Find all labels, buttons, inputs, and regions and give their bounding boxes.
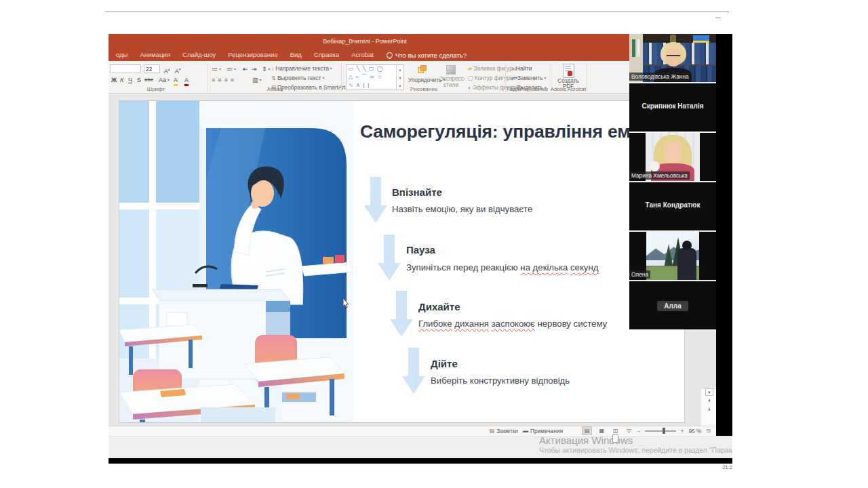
- participants-strip: Воловодівська Жанна Скрипнюк Наталія Мар…: [629, 34, 716, 329]
- decrease-indent-button[interactable]: ⇤: [243, 65, 248, 73]
- scrollbar-dropdown-button[interactable]: ▾: [705, 388, 713, 396]
- person-head-graphic: [682, 241, 692, 250]
- shape-outline-button[interactable]: ▢Контур фигуры▾: [468, 74, 517, 82]
- participant-name-label: Скрипнюк Наталія: [629, 102, 716, 110]
- bold-button[interactable]: Ж: [111, 76, 117, 84]
- next-slide-button[interactable]: ↡: [705, 406, 713, 413]
- shapes-gallery[interactable]: ▭ ╲ ╲ ▢ ◯ △ ⌐ ⌒ ⇨ ☆ ∿ ∧ { } ▴▾▾: [346, 64, 404, 90]
- step-text: Зупиніться перед реакцією: [406, 262, 520, 272]
- numbering-button[interactable]: ≕▾: [226, 65, 236, 73]
- step-heading-1[interactable]: Впізнайте: [392, 186, 442, 198]
- participant-tile-maryna[interactable]: Марина Хмельовська: [629, 133, 716, 181]
- ribbon-tab-transitions[interactable]: оды: [110, 49, 134, 61]
- notes-button[interactable]: ▤Заметки: [490, 428, 518, 434]
- text-cursor-artifact: [612, 434, 618, 443]
- shrink-font-button[interactable]: А▾: [175, 65, 181, 75]
- activation-watermark: Активация Windows Чтобы активировать Win…: [108, 436, 732, 458]
- notes-icon: ▤: [490, 428, 495, 434]
- shapes-row: ∿ ∧ { }: [347, 81, 399, 89]
- step-heading-2[interactable]: Пауза: [406, 244, 435, 256]
- participant-name-pill: Алла: [629, 299, 716, 311]
- line-spacing-button[interactable]: ⇕▾: [262, 65, 271, 73]
- ribbon-tab-acrobat[interactable]: Acrobat: [345, 49, 380, 61]
- participant-tile-olena[interactable]: Олена: [629, 232, 716, 280]
- step-arrow-3[interactable]: [390, 291, 413, 337]
- group-divider: [587, 63, 587, 92]
- lightbulb-icon: [387, 52, 393, 58]
- participant-tile-skrypniuk[interactable]: Скрипнюк Наталія: [629, 83, 716, 131]
- participant-name-label: Воловодівська Жанна: [629, 73, 691, 81]
- ukraine-flag-graphic: [693, 35, 709, 41]
- align-text-button[interactable]: ⇅Выровнять текст▾: [271, 74, 325, 82]
- underline-button[interactable]: Ч: [128, 76, 132, 84]
- tell-me-box[interactable]: Что вы хотите сделать?: [387, 52, 467, 59]
- minimize-dash[interactable]: –: [712, 14, 724, 22]
- replace-button[interactable]: ⇄Заменить▾: [511, 74, 546, 82]
- shapes-row: △ ⌐ ⌒ ⇨ ☆: [347, 73, 399, 81]
- ribbon-tab-help[interactable]: Справка: [308, 49, 345, 61]
- step-heading-4[interactable]: Дійте: [431, 358, 458, 369]
- normal-view-button[interactable]: ▤: [582, 426, 593, 435]
- step-arrow-1[interactable]: [364, 177, 387, 223]
- find-button[interactable]: ⌕Найти: [511, 64, 532, 73]
- text-direction-button[interactable]: ↕Направление текста▾: [271, 64, 332, 73]
- zoom-slider-thumb[interactable]: [663, 428, 665, 434]
- font-size-input[interactable]: 22: [144, 64, 160, 73]
- ribbon-tab-review[interactable]: Рецензирование: [222, 49, 283, 61]
- ribbon-tab-animation[interactable]: Анимация: [134, 49, 176, 61]
- text-shadow-button[interactable]: S: [137, 76, 141, 84]
- participant-name-label: Олена: [629, 270, 650, 279]
- font-name-box[interactable]: [110, 64, 141, 73]
- step-arrow-4[interactable]: [402, 348, 425, 394]
- grow-font-button[interactable]: А▴: [164, 65, 170, 75]
- step-heading-3[interactable]: Дихайте: [418, 301, 460, 312]
- align-buttons[interactable]: ≡≡≡≡: [212, 76, 237, 84]
- classroom-illustration[interactable]: [119, 101, 353, 423]
- step-body-3[interactable]: Глибоке дихання заспокоює нервову систем…: [418, 319, 607, 329]
- reading-view-button[interactable]: ◫: [611, 427, 620, 434]
- zoom-out-button[interactable]: -: [638, 428, 640, 434]
- bullets-button[interactable]: ≔▾: [212, 65, 221, 73]
- step-body-2[interactable]: Зупиніться перед реакцією на декілька се…: [406, 262, 598, 272]
- comments-button[interactable]: ▬Примечания: [523, 428, 563, 434]
- font-color-button[interactable]: А: [184, 76, 189, 86]
- page: – Вебінар_Вчителі - PowerPoint оды Анима…: [0, 0, 868, 488]
- previous-slide-button[interactable]: ↟: [705, 398, 713, 405]
- misspelled-text: на декілька: [520, 262, 568, 272]
- change-case-button[interactable]: Аа▾: [159, 76, 170, 84]
- black-right-strip: [716, 34, 732, 437]
- step-text: Назвіть емоцію, яку ви відчуваєте: [392, 204, 532, 214]
- status-bar: ▤Заметки ▬Примечания ▤ ▦ ◫ ▽ - + 96 % ⊡: [108, 426, 716, 435]
- binder-graphic: [637, 39, 640, 57]
- glasses-graphic: [667, 55, 680, 59]
- columns-button[interactable]: ▥▾: [252, 76, 262, 84]
- misspelled-text: секунд: [570, 262, 598, 272]
- highlight-button[interactable]: А: [174, 76, 178, 86]
- step-body-4[interactable]: Виберіть конструктивну відповідь: [431, 375, 570, 386]
- strikethrough-button[interactable]: abc: [144, 76, 153, 84]
- ribbon-tab-view[interactable]: Вид: [284, 49, 308, 61]
- group-label-acrobat: Adobe Acrobat: [545, 86, 591, 92]
- italic-button[interactable]: К: [120, 76, 123, 84]
- arrange-icon: [418, 65, 425, 73]
- group-label-font: Шрифт: [129, 86, 183, 92]
- step-text: Виберіть конструктивну відповідь: [431, 375, 570, 386]
- misspelled-text: заспокоює: [492, 319, 535, 329]
- participant-tile-volovodivska[interactable]: Воловодівська Жанна: [629, 34, 716, 82]
- zoom-slider-track: [645, 430, 676, 432]
- zoom-in-button[interactable]: +: [681, 428, 684, 434]
- zoom-level[interactable]: 96 %: [688, 428, 701, 434]
- slide-workspace: Саморегуляція: управління емоціями Впізн…: [108, 94, 716, 426]
- ribbon-tab-slideshow[interactable]: Слайд-шоу: [176, 49, 222, 61]
- slideshow-button[interactable]: ▽: [625, 427, 633, 434]
- fit-slide-button[interactable]: ⊡: [706, 428, 711, 434]
- slide-sorter-button[interactable]: ▦: [597, 427, 606, 434]
- watermark-title: Активация Windows: [539, 436, 633, 446]
- step-arrow-2[interactable]: [378, 235, 401, 281]
- participant-tile-tanya[interactable]: Таня Кондратюк: [629, 182, 716, 230]
- slide-canvas[interactable]: Саморегуляція: управління емоціями Впізн…: [119, 100, 685, 423]
- increase-indent-button[interactable]: ⇥: [252, 65, 257, 73]
- participant-tile-alla[interactable]: Алла: [629, 281, 716, 329]
- step-body-1[interactable]: Назвіть емоцію, яку ви відчуваєте: [392, 204, 532, 214]
- zoom-slider[interactable]: [645, 428, 676, 434]
